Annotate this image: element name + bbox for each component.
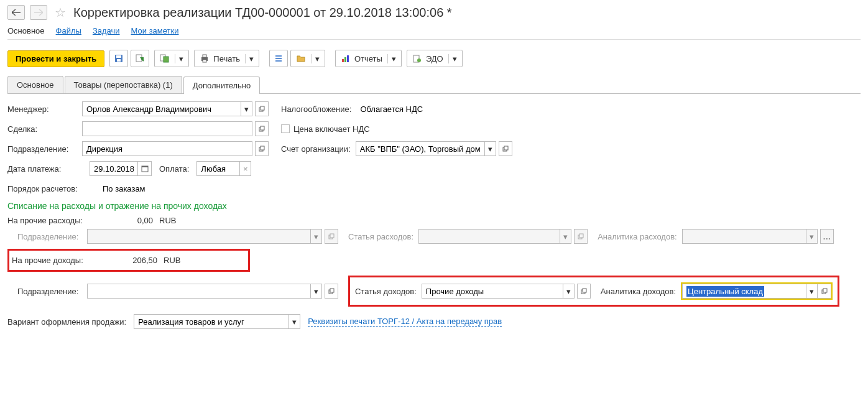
income-item-input[interactable] <box>422 284 563 299</box>
nav-forward-button[interactable] <box>30 5 47 20</box>
post-button[interactable] <box>131 50 149 67</box>
calendar-icon <box>141 165 149 172</box>
payment-date-calendar[interactable] <box>138 161 152 176</box>
tax-value <box>356 101 506 116</box>
sale-variant-input[interactable] <box>134 314 289 329</box>
svg-rect-34 <box>583 289 586 292</box>
reports-button[interactable]: Отчеты ▾ <box>335 50 402 67</box>
expand-icon <box>502 146 509 152</box>
tab-additional[interactable]: Дополнительно <box>183 77 261 94</box>
nav-back-button[interactable] <box>7 5 25 20</box>
create-based-on-button[interactable]: ▾ <box>154 50 189 67</box>
svg-rect-5 <box>164 57 169 62</box>
deal-input[interactable] <box>82 121 252 136</box>
list-button[interactable] <box>269 50 288 67</box>
svg-rect-30 <box>579 234 583 238</box>
svg-rect-28 <box>330 234 334 238</box>
expense-item-expand <box>574 229 588 244</box>
svg-rect-36 <box>823 289 827 292</box>
inc-subdivision-dropdown[interactable]: ▾ <box>311 284 322 299</box>
inc-subdivision-input[interactable] <box>87 284 311 299</box>
tab-main[interactable]: Основное <box>7 76 63 93</box>
chevron-down-icon: ▾ <box>175 54 183 63</box>
list-icon <box>274 53 284 63</box>
chevron-down-icon: ▾ <box>387 54 396 63</box>
income-items-highlight-box: Статья доходов: ▾ Аналитика доходов: Цен… <box>348 276 839 307</box>
manager-input[interactable] <box>82 101 241 116</box>
income-analytics-expand[interactable] <box>818 284 831 299</box>
nav-links: Основное Файлы Задачи Мои заметки <box>7 26 861 40</box>
account-input[interactable] <box>356 141 485 156</box>
svg-rect-18 <box>261 106 264 110</box>
print-button[interactable]: Печать ▾ <box>194 50 259 67</box>
account-label: Счет организации: <box>281 144 351 154</box>
manager-expand[interactable] <box>255 101 269 116</box>
division-expand[interactable] <box>255 141 269 156</box>
payment-date-label: Дата платежа: <box>7 164 82 174</box>
inc-subdivision-expand[interactable] <box>325 284 338 299</box>
income-item-expand[interactable] <box>577 284 591 299</box>
expand-icon <box>578 233 584 239</box>
income-currency: RUB <box>164 256 180 265</box>
payment-input[interactable] <box>196 161 240 176</box>
submit-close-button[interactable]: Провести и закрыть <box>7 50 104 67</box>
nav-notes[interactable]: Мои заметки <box>131 26 179 35</box>
payment-clear[interactable]: × <box>240 161 251 176</box>
payment-label: Оплата: <box>159 164 189 174</box>
nav-files[interactable]: Файлы <box>56 26 81 35</box>
svg-rect-7 <box>203 55 206 57</box>
income-analytics-input[interactable]: Центральный склад <box>682 284 806 299</box>
account-dropdown[interactable]: ▾ <box>485 141 496 156</box>
sale-variant-dropdown[interactable]: ▾ <box>289 314 300 329</box>
expand-icon <box>259 126 265 132</box>
favorite-star-icon[interactable]: ☆ <box>55 5 66 20</box>
payment-date-input[interactable] <box>90 161 138 176</box>
save-button[interactable] <box>109 50 128 67</box>
header-row: ☆ Корректировка реализации ТД00-000001 о… <box>7 5 861 20</box>
expand-icon <box>328 288 335 294</box>
printer-icon <box>200 53 210 63</box>
expense-item-dropdown: ▾ <box>560 229 571 244</box>
nav-main[interactable]: Основное <box>7 26 45 35</box>
svg-rect-13 <box>344 57 346 62</box>
vat-label: Цена включает НДС <box>293 124 370 134</box>
chevron-down-icon: ▾ <box>311 54 320 63</box>
svg-point-16 <box>417 58 421 62</box>
income-highlight-box: На прочие доходы: 206,50 RUB <box>7 249 250 272</box>
vat-checkbox[interactable] <box>281 124 290 133</box>
page-title: Корректировка реализации ТД00-000001 от … <box>73 6 452 20</box>
income-analytics-dropdown[interactable]: ▾ <box>806 284 818 299</box>
income-value: 206,50 <box>99 256 161 265</box>
income-item-label: Статья доходов: <box>355 287 417 296</box>
svg-rect-1 <box>116 55 121 58</box>
edo-button[interactable]: ЭДО ▾ <box>407 50 463 67</box>
tab-goods[interactable]: Товары (перепоставка) (1) <box>65 76 182 93</box>
division-input[interactable] <box>82 141 252 156</box>
income-item-dropdown[interactable]: ▾ <box>563 284 575 299</box>
form-area: Менеджер: ▾ Налогообложение: Сделка: Цен… <box>7 94 861 336</box>
svg-rect-14 <box>347 55 349 62</box>
exp-subdivision-expand <box>325 229 338 244</box>
torg-link[interactable]: Реквизиты печати ТОРГ-12 / Акта на перед… <box>308 317 502 327</box>
deal-expand[interactable] <box>255 121 269 136</box>
manager-dropdown[interactable]: ▾ <box>241 101 252 116</box>
expense-analytics-dropdown: ▾ <box>806 229 818 244</box>
svg-rect-11 <box>275 60 282 62</box>
income-analytics-label: Аналитика доходов: <box>601 287 676 296</box>
save-icon <box>114 53 124 63</box>
folder-icon <box>296 53 306 63</box>
division-label: Подразделение: <box>7 144 82 154</box>
deal-label: Сделка: <box>7 124 82 134</box>
attach-button[interactable]: ▾ <box>290 50 325 67</box>
exp-subdivision-dropdown: ▾ <box>311 229 322 244</box>
expand-icon <box>328 233 335 239</box>
print-label: Печать <box>213 54 240 63</box>
account-expand[interactable] <box>499 141 512 156</box>
expense-analytics-more: … <box>820 229 834 244</box>
svg-rect-10 <box>275 58 282 59</box>
svg-rect-26 <box>142 166 148 167</box>
expense-item-label: Статья расходов: <box>348 232 413 241</box>
manager-label: Менеджер: <box>7 104 82 114</box>
nav-tasks[interactable]: Задачи <box>93 26 120 35</box>
edo-label: ЭДО <box>426 54 443 63</box>
